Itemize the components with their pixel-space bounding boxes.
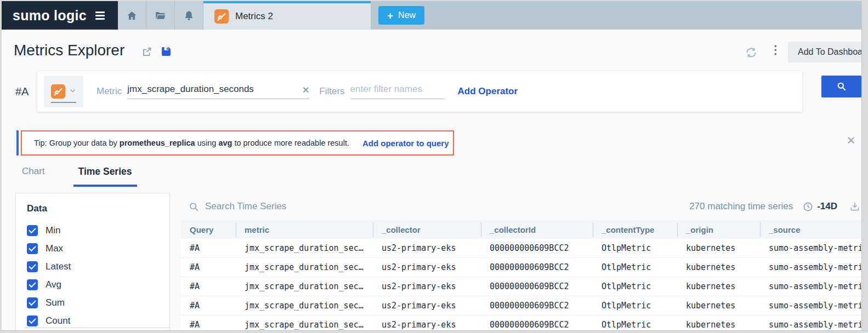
query-row-label: #A: [15, 85, 29, 98]
page-title: Metrics Explorer: [14, 42, 124, 59]
column-header[interactable]: metric: [236, 225, 373, 234]
data-option-min[interactable]: Min: [16, 221, 169, 239]
logo-text: sumo logic: [13, 8, 87, 24]
tab-time-series[interactable]: Time Series: [73, 166, 137, 187]
table-cell: sumo-assembly-metric: [760, 320, 868, 330]
metrics-icon: [51, 84, 65, 99]
library-button[interactable]: [146, 1, 175, 30]
checkbox[interactable]: [27, 243, 38, 254]
metrics-icon: [214, 9, 229, 24]
download-icon[interactable]: [849, 201, 860, 212]
column-header[interactable]: _origin: [677, 225, 760, 234]
table-cell: kubernetes: [677, 301, 760, 311]
table-cell: #A: [181, 320, 236, 330]
home-button[interactable]: [118, 1, 146, 30]
share-icon[interactable]: [141, 46, 153, 60]
filters-input[interactable]: enter filter names: [350, 84, 445, 99]
tip-text: Tip: Group your data by prometheus_repli…: [34, 139, 349, 147]
table-cell: kubernetes: [677, 243, 760, 253]
close-icon[interactable]: ✕: [847, 134, 855, 147]
add-operator-to-query-link[interactable]: Add operator to query: [362, 139, 449, 148]
add-to-dashboard-button[interactable]: Add To Dashboard: [788, 42, 868, 62]
table-row[interactable]: #Ajmx_scrape_duration_sec…us2-primary-ek…: [181, 239, 868, 258]
chevron-down-icon: [69, 87, 76, 96]
hamburger-icon[interactable]: [95, 15, 105, 16]
column-header[interactable]: Query: [181, 225, 236, 234]
time-range-value[interactable]: -14D: [817, 201, 837, 212]
table-cell: OtlpMetric: [593, 243, 677, 253]
window-edge[interactable]: [861, 0, 868, 333]
top-nav-icons: [118, 1, 203, 30]
checkbox[interactable]: [27, 225, 38, 236]
run-search-button[interactable]: [821, 76, 861, 97]
checkbox-label: Min: [46, 225, 60, 236]
search-time-series-input[interactable]: Search Time Series: [205, 201, 286, 212]
query-type-dropdown[interactable]: [44, 76, 83, 107]
new-button[interactable]: + New: [378, 6, 424, 25]
checkbox-label: Count: [46, 315, 70, 326]
data-option-max[interactable]: Max: [16, 239, 169, 257]
search-icon: [836, 81, 847, 92]
table-cell: 000000000609BCC2: [481, 301, 593, 311]
column-header[interactable]: _source: [760, 225, 868, 234]
refresh-icon[interactable]: [745, 46, 758, 61]
window-edge: [0, 330, 868, 333]
checkbox[interactable]: [27, 297, 38, 308]
checkbox[interactable]: [27, 261, 38, 272]
home-icon: [126, 10, 138, 21]
panel-divider: [25, 328, 169, 328]
tab-chart[interactable]: Chart: [21, 166, 46, 187]
table-cell: OtlpMetric: [593, 282, 677, 291]
column-header[interactable]: _collector: [373, 225, 481, 234]
time-series-table: Search Time Series 270 matching time ser…: [181, 193, 868, 333]
metric-input[interactable]: jmx_scrape_duration_seconds ✕: [127, 84, 309, 99]
add-operator-link[interactable]: Add Operator: [458, 86, 518, 97]
data-option-sum[interactable]: Sum: [16, 294, 169, 312]
table-cell: #A: [181, 243, 236, 253]
tab-metrics-2[interactable]: Metrics 2: [203, 1, 371, 30]
table-cell: us2-primary-eks: [373, 282, 481, 291]
bell-icon: [183, 10, 195, 21]
table-cell: jmx_scrape_duration_sec…: [236, 320, 373, 330]
table-header: Query metric _collector _collectorId _co…: [181, 220, 868, 239]
tip-banner: Tip: Group your data by prometheus_repli…: [21, 130, 454, 156]
tip-accent-bar: [16, 130, 19, 156]
table-cell: #A: [181, 301, 236, 311]
table-cell: jmx_scrape_duration_sec…: [236, 301, 373, 311]
alerts-button[interactable]: [175, 1, 203, 30]
table-cell: OtlpMetric: [593, 320, 677, 330]
sumo-logic-logo[interactable]: sumo logic: [2, 1, 118, 30]
table-cell: jmx_scrape_duration_sec…: [236, 282, 373, 291]
query-card: Metric jmx_scrape_duration_seconds ✕ Fil…: [37, 71, 802, 112]
data-options-list: Min Max Latest Avg Sum Count: [16, 221, 169, 330]
checkbox-label: Max: [46, 243, 63, 254]
view-tabs: Chart Time Series: [21, 166, 137, 187]
table-cell: us2-primary-eks: [373, 301, 481, 311]
checkbox-label: Sum: [46, 297, 65, 308]
data-option-latest[interactable]: Latest: [16, 257, 169, 275]
table-row[interactable]: #Ajmx_scrape_duration_sec…us2-primary-ek…: [181, 277, 868, 296]
table-cell: 000000000609BCC2: [481, 282, 593, 291]
data-panel-title: Data: [27, 203, 169, 214]
table-cell: kubernetes: [677, 262, 760, 272]
table-cell: #A: [181, 262, 236, 272]
kebab-menu-icon[interactable]: ⋮: [770, 43, 781, 56]
clock-icon[interactable]: [803, 202, 813, 212]
checkbox[interactable]: [27, 315, 38, 326]
column-header[interactable]: _collectorId: [481, 225, 593, 234]
table-cell: kubernetes: [677, 320, 760, 330]
checkbox[interactable]: [27, 279, 38, 290]
plus-icon: +: [387, 10, 393, 21]
window-edge: [0, 0, 2, 333]
save-icon[interactable]: [161, 46, 172, 59]
table-cell: us2-primary-eks: [373, 320, 481, 330]
table-row[interactable]: #Ajmx_scrape_duration_sec…us2-primary-ek…: [181, 258, 868, 277]
table-cell: us2-primary-eks: [373, 262, 481, 272]
metric-value: jmx_scrape_duration_seconds: [127, 84, 254, 95]
data-option-avg[interactable]: Avg: [16, 275, 169, 294]
checkbox-label: Latest: [46, 261, 71, 272]
table-row[interactable]: #Ajmx_scrape_duration_sec…us2-primary-ek…: [181, 296, 868, 315]
column-header[interactable]: _contentType: [593, 225, 677, 234]
clear-icon[interactable]: ✕: [302, 86, 309, 95]
metric-label: Metric: [97, 86, 122, 97]
